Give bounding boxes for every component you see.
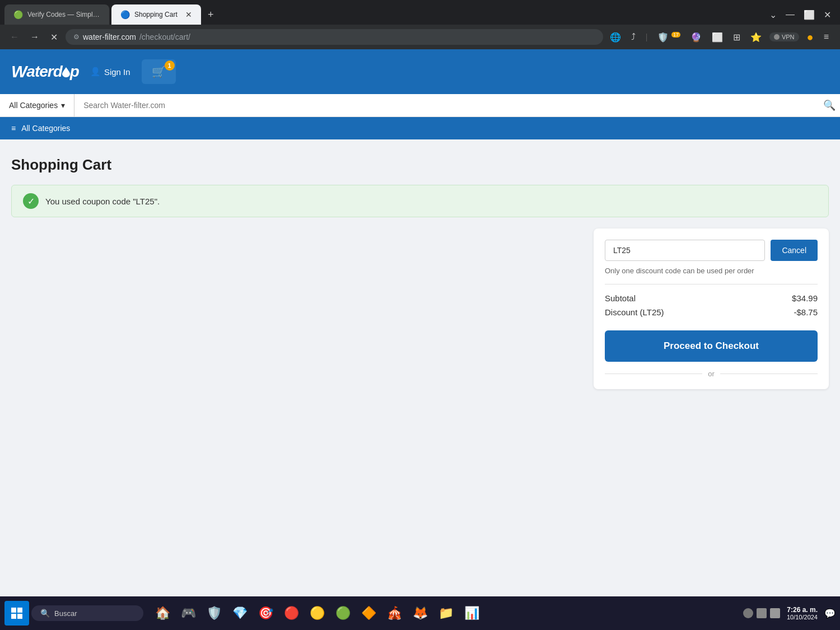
tab-shopping-cart[interactable]: 🔵 Shopping Cart ✕ [111,4,201,25]
coupon-input-row: Cancel [605,240,818,261]
search-icon: 🔍 [40,609,50,618]
site-logo: W aterd p [11,62,79,81]
all-categories-item[interactable]: ≡ All Categories [0,117,134,139]
browser-minimize-button[interactable]: — [786,10,795,20]
vpn-dot [774,34,780,40]
page-title: Shopping Cart [11,156,829,174]
logo-drop-icon [62,63,70,81]
url-bar[interactable]: ⚙ water-filter.com /checkout/cart/ [66,29,603,45]
coupon-success-banner: ✓ You used coupon code "LT25". [11,185,829,217]
cart-items-area [11,228,582,389]
browser-action-buttons: 🌐 ⤴ | 🛡️ 17 🔮 ⬜ ⊞ ⭐ VPN ● ≡ [608,30,833,45]
systray-icon-3[interactable] [770,608,780,618]
discount-hint: Only one discount code can be used per o… [605,267,818,275]
taskbar-app-10[interactable]: 🦊 [408,601,432,626]
browser-close-button[interactable]: ✕ [824,10,831,20]
browser-more-tabs-button[interactable]: ⌄ [769,10,777,20]
svg-rect-2 [11,614,16,619]
tab-favicon: 🟢 [13,10,23,19]
clock-date: 10/10/2024 [787,614,818,620]
coupon-code-input[interactable] [605,240,765,261]
vpn-badge[interactable]: VPN [769,32,799,41]
systray-icon-2[interactable] [757,608,767,618]
taskbar-app-7[interactable]: 🟢 [330,601,355,626]
taskbar: 🔍 Buscar 🏠 🎮 🛡️ 💎 🎯 🔴 🟡 🟢 🔶 🎪 🦊 📁 📊 7:26… [0,596,840,630]
vpn-label: VPN [782,34,795,40]
search-input-wrapper [74,101,819,110]
crypto-button[interactable]: 🔮 [688,31,704,44]
tab-verify-codes[interactable]: 🟢 Verify Codes — SimplyCodes [4,4,109,25]
proceed-to-checkout-button[interactable]: Proceed to Checkout [605,330,818,362]
discount-label: Discount (LT25) [605,307,664,317]
taskbar-app-3[interactable]: 💎 [227,601,252,626]
taskbar-app-4[interactable]: 🎯 [253,601,278,626]
svg-rect-0 [11,608,16,613]
categories-dropdown-button[interactable]: All Categories ▾ [0,94,74,116]
bookmark-button[interactable]: ⭐ [748,31,764,44]
taskbar-app-0[interactable]: 🏠 [150,601,175,626]
summary-divider [605,284,818,284]
all-categories-nav-label: All Categories [21,124,70,133]
systray-icons [743,608,780,618]
subtotal-value: $34.99 [792,293,818,303]
sign-in-button[interactable]: 👤 Sign In [90,67,130,77]
svg-rect-1 [17,608,22,613]
systray-icon-1[interactable] [743,608,753,618]
all-categories-nav: ≡ All Categories [0,117,840,139]
menu-button[interactable]: ≡ [822,31,831,43]
cart-layout: Cancel Only one discount code can be use… [11,228,829,389]
address-bar: ← → ✕ ⚙ water-filter.com /checkout/cart/… [0,25,840,49]
taskbar-app-2[interactable]: 🛡️ [202,601,226,626]
search-button[interactable]: 🔍 [819,95,840,116]
or-label: or [708,370,715,378]
search-input[interactable] [83,101,810,110]
svg-rect-3 [17,614,22,619]
site-header: W aterd p 👤 Sign In 🛒 1 [0,49,840,94]
taskbar-app-12[interactable]: 📊 [459,601,484,626]
taskbar-app-11[interactable]: 📁 [433,601,458,626]
logo-w: W [11,62,26,81]
coupon-success-message: You used coupon code "LT25". [45,197,160,206]
shields-button[interactable]: 🛡️ 17 [655,31,682,44]
browser-maximize-button[interactable]: ⬜ [804,10,815,20]
reload-button[interactable]: ✕ [47,31,61,44]
taskbar-app-9[interactable]: 🎪 [382,601,407,626]
discount-row: Discount (LT25) -$8.75 [605,307,818,317]
success-checkmark-icon: ✓ [23,193,39,209]
tab-close-icon[interactable]: ✕ [185,10,192,19]
taskbar-search[interactable]: 🔍 Buscar [31,605,143,621]
split-view-button[interactable]: ⬜ [710,31,725,44]
cart-icon: 🛒 [152,65,166,78]
notification-button[interactable]: 💬 [824,608,836,619]
back-button[interactable]: ← [7,31,22,43]
start-button[interactable] [4,601,29,626]
system-clock[interactable]: 7:26 a. m. 10/10/2024 [782,604,822,623]
system-tray: 7:26 a. m. 10/10/2024 💬 [743,604,836,623]
taskbar-search-label: Buscar [54,609,77,618]
url-domain: water-filter.com [83,32,136,41]
browser-window-controls: ⌄ — ⬜ ✕ [769,10,836,20]
taskbar-app-1[interactable]: 🎮 [176,601,200,626]
taskbar-app-6[interactable]: 🟡 [305,601,329,626]
translate-button[interactable]: 🌐 [608,31,623,44]
taskbar-app-8[interactable]: 🔶 [356,601,381,626]
profile-button[interactable]: ● [805,30,816,45]
url-path: /checkout/cart/ [139,32,190,41]
or-divider: or [605,370,818,378]
or-line-right [720,374,818,374]
share-button[interactable]: ⤴ [629,31,638,43]
page-content: Shopping Cart ✓ You used coupon code "LT… [0,139,840,475]
cart-button[interactable]: 🛒 1 [142,59,176,84]
cancel-button[interactable]: Cancel [771,240,818,261]
hamburger-icon: ≡ [11,124,16,133]
new-tab-button[interactable]: + [203,7,218,23]
or-line-left [605,374,702,374]
tab-groups-button[interactable]: ⊞ [731,31,743,44]
taskbar-app-5[interactable]: 🔴 [279,601,304,626]
search-bar: All Categories ▾ 🔍 [0,94,840,117]
logo-text2: p [70,63,79,81]
windows-logo-icon [11,608,22,619]
discount-value: -$8.75 [794,307,818,317]
forward-button[interactable]: → [27,31,43,43]
subtotal-row: Subtotal $34.99 [605,293,818,303]
